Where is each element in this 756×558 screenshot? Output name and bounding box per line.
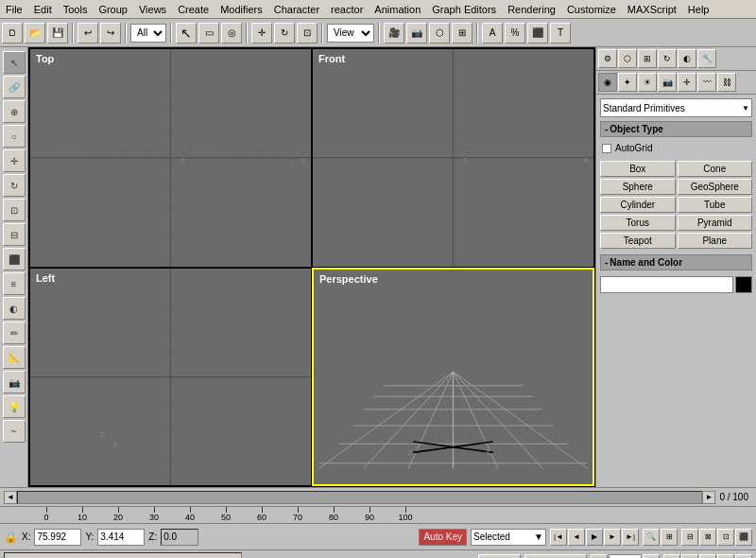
auto-key-btn[interactable]: Auto Key (419, 529, 467, 546)
teapot-btn[interactable]: Teapot (600, 233, 676, 249)
spacewarps-icon[interactable]: 〰 (697, 73, 716, 92)
name-color-header[interactable]: - Name and Color (600, 254, 752, 270)
select-region-btn[interactable]: ▭ (198, 23, 219, 44)
tool-select[interactable]: ↖ (3, 51, 26, 74)
menu-file[interactable]: File (0, 2, 28, 17)
key-filters-btn[interactable]: Key Filters... (524, 554, 587, 558)
selected-dropdown[interactable]: Selected ▼ (471, 529, 546, 546)
extra-ctrl4[interactable]: ⬛ (735, 529, 752, 546)
timeline-scroll-left[interactable]: ◄ (4, 491, 17, 504)
tool-move[interactable]: ✛ (3, 149, 26, 172)
menu-customize[interactable]: Customize (561, 2, 622, 17)
viewport-perspective[interactable]: Perspective (312, 268, 594, 487)
menu-views[interactable]: Views (133, 2, 172, 17)
tool-link[interactable]: 🔗 (3, 76, 26, 98)
tool-shape[interactable]: ○ (3, 125, 26, 148)
extra-btn3[interactable]: ⬛ (527, 23, 548, 44)
redo-btn[interactable]: ↪ (100, 23, 121, 44)
cameras-icon[interactable]: 📷 (658, 73, 677, 92)
extra-btn4[interactable]: T (550, 23, 571, 44)
menu-rendering[interactable]: Rendering (502, 2, 561, 17)
viewport-front[interactable]: Front z x (312, 48, 594, 268)
menu-animation[interactable]: Animation (369, 2, 426, 17)
tool-rotate[interactable]: ↻ (3, 174, 26, 197)
select-btn[interactable]: ↖ (176, 23, 197, 44)
tool-light[interactable]: 💡 (3, 395, 26, 418)
set-key-btn[interactable]: Set Key (478, 554, 521, 558)
undo-btn[interactable]: ↩ (77, 23, 98, 44)
x-input[interactable] (34, 529, 81, 546)
tool-measure[interactable]: 📐 (3, 346, 26, 369)
menu-modifiers[interactable]: Modifiers (215, 2, 268, 17)
viewport-top[interactable]: Top z x (29, 48, 312, 268)
render-btn[interactable]: 🎥 (384, 23, 404, 44)
extra-ctrl3[interactable]: ⊡ (717, 529, 734, 546)
tool-paint[interactable]: ✏ (3, 322, 26, 344)
select-circle-btn[interactable]: ◎ (221, 23, 242, 44)
tool-bind[interactable]: ⊕ (3, 100, 26, 123)
plane-btn[interactable]: Plane (678, 233, 753, 249)
scale-btn[interactable]: ⊡ (297, 23, 318, 44)
pb-ctrl4[interactable]: ⬡ (717, 554, 734, 558)
rotate-btn[interactable]: ↻ (274, 23, 295, 44)
move-btn[interactable]: ✛ (251, 23, 272, 44)
pyramid-btn[interactable]: Pyramid (678, 215, 753, 231)
display-icon[interactable]: ◐ (678, 49, 696, 68)
view-select[interactable]: View (327, 24, 374, 43)
tube-btn[interactable]: Tube (678, 197, 753, 213)
menu-create[interactable]: Create (172, 2, 215, 17)
extra-btn2[interactable]: % (505, 23, 525, 44)
zoom-btn[interactable]: 🔍 (643, 529, 660, 546)
geosphere-btn[interactable]: GeoSphere (678, 179, 753, 195)
menu-group[interactable]: Group (93, 2, 133, 17)
modify-icon[interactable]: ⬡ (618, 49, 637, 68)
menu-graph-editors[interactable]: Graph Editors (426, 2, 502, 17)
timeline-scroll-right[interactable]: ► (702, 491, 715, 504)
pb-ctrl5[interactable]: ◐ (735, 554, 752, 558)
cylinder-btn[interactable]: Cylinder (600, 197, 676, 213)
menu-help[interactable]: Help (682, 2, 715, 17)
menu-reactor[interactable]: reactor (325, 2, 369, 17)
transport-end-btn[interactable]: ►| (622, 529, 639, 546)
menu-edit[interactable]: Edit (28, 2, 58, 17)
pb-ctrl2[interactable]: ▶ (681, 554, 698, 558)
primitives-dropdown[interactable]: Standard Primitives ▼ (600, 98, 752, 117)
menu-maxscript[interactable]: MAXScript (622, 2, 682, 17)
menu-tools[interactable]: Tools (58, 2, 94, 17)
sphere-btn[interactable]: Sphere (600, 179, 676, 195)
tool-mirror[interactable]: ⬛ (3, 248, 26, 270)
tool-squat[interactable]: ⊟ (3, 223, 26, 246)
tool-open[interactable]: ◐ (3, 297, 26, 320)
motion-icon[interactable]: ↻ (658, 49, 677, 68)
tool-magnet[interactable]: ~ (3, 420, 26, 443)
menu-character[interactable]: Character (268, 2, 325, 17)
mirror-btn[interactable]: ⬡ (429, 23, 450, 44)
create-icon[interactable]: ⚙ (598, 49, 617, 68)
frame-back-btn[interactable]: ◄ (591, 554, 608, 558)
color-swatch[interactable] (735, 276, 752, 293)
hierarchy-icon[interactable]: ⊞ (638, 49, 657, 68)
autogrid-checkbox[interactable] (602, 144, 611, 153)
systems-icon[interactable]: ⛓ (717, 73, 736, 92)
tool-camera[interactable]: 📷 (3, 371, 26, 393)
transport-prev-btn[interactable]: ◄ (568, 529, 585, 546)
timeline-track[interactable] (17, 491, 702, 504)
new-btn[interactable]: 🗋 (2, 23, 23, 44)
lights-icon[interactable]: ☀ (638, 73, 657, 92)
utilities-icon[interactable]: 🔧 (697, 49, 716, 68)
viewport-left[interactable]: Left z x (29, 268, 312, 487)
transport-start-btn[interactable]: |◄ (550, 529, 567, 546)
extra-btn1[interactable]: A (482, 23, 503, 44)
geometry-icon[interactable]: ◉ (598, 73, 617, 92)
helpers-icon[interactable]: ✛ (678, 73, 696, 92)
extra-ctrl1[interactable]: ⊟ (681, 529, 698, 546)
shapes-icon[interactable]: ✦ (618, 73, 637, 92)
render2-btn[interactable]: 📷 (406, 23, 427, 44)
pb-ctrl3[interactable]: ⊞ (699, 554, 716, 558)
frame-fwd-btn[interactable]: ► (643, 554, 660, 558)
y-input[interactable] (97, 529, 145, 546)
extra-ctrl2[interactable]: ⊠ (699, 529, 716, 546)
tool-scale[interactable]: ⊡ (3, 199, 26, 221)
pb-ctrl1[interactable]: ⊠ (663, 554, 680, 558)
transport-next-btn[interactable]: ► (604, 529, 621, 546)
